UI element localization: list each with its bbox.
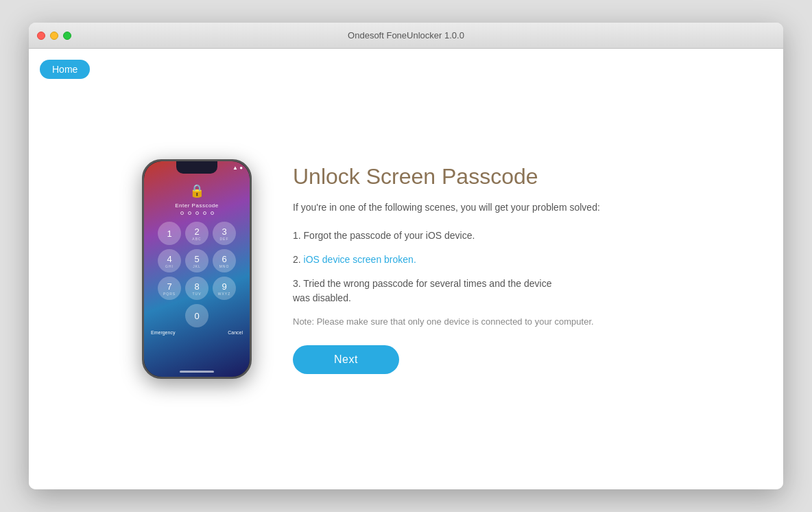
phone-frame: ▲ ● 🔒 Enter Passcode <box>142 159 252 379</box>
app-window: Ondesoft FoneUnlocker 1.0.0 Home ▲ ● 🔒 E… <box>29 23 783 489</box>
item3-text: 3. Tried the wrong passcode for several … <box>293 278 551 289</box>
wifi-icon: ▲ ● <box>232 165 243 171</box>
page-title: Unlock Screen Passcode <box>293 164 670 189</box>
emergency-label: Emergency <box>151 330 175 335</box>
info-note: Note: Please make sure that only one dev… <box>293 315 670 329</box>
traffic-lights <box>37 32 71 40</box>
lock-icon: 🔒 <box>189 183 204 198</box>
home-indicator <box>180 371 214 373</box>
num-9[interactable]: 9 WXYZ <box>213 277 236 300</box>
enter-passcode-label: Enter Passcode <box>175 202 218 209</box>
item2-prefix: 2. <box>293 254 304 265</box>
phone-mockup: ▲ ● 🔒 Enter Passcode <box>142 159 252 379</box>
num-0[interactable]: 0 <box>185 304 208 327</box>
dot-2 <box>188 211 191 215</box>
titlebar: Ondesoft FoneUnlocker 1.0.0 <box>29 23 783 49</box>
num-7[interactable]: 7 PQRS <box>158 277 181 300</box>
numpad: 1 2 ABC 3 DEF 4 <box>148 222 246 327</box>
num-3[interactable]: 3 DEF <box>213 222 236 245</box>
num-empty-right <box>213 304 236 327</box>
item3-cont: was disabled. <box>293 292 351 303</box>
num-5[interactable]: 5 JKL <box>185 249 208 272</box>
main-content: ▲ ● 🔒 Enter Passcode <box>29 49 783 489</box>
passcode-dots <box>180 211 214 215</box>
info-item-2: 2. iOS device screen broken. <box>293 253 670 267</box>
info-subtitle: If you're in one of the following scenes… <box>293 200 670 215</box>
cancel-label: Cancel <box>228 330 243 335</box>
num-8[interactable]: 8 TUV <box>185 277 208 300</box>
num-1[interactable]: 1 <box>158 222 181 245</box>
content-area: Home ▲ ● 🔒 Enter Passcode <box>29 49 783 489</box>
minimize-button[interactable] <box>50 32 58 40</box>
next-button[interactable]: Next <box>293 345 399 374</box>
info-item-1: 1. Forgot the passcode of your iOS devic… <box>293 229 670 243</box>
home-button[interactable]: Home <box>40 60 90 79</box>
num-empty-left <box>158 304 181 327</box>
phone-footer: Emergency Cancel <box>144 327 250 338</box>
item2-highlight: iOS device screen broken. <box>304 254 416 265</box>
dot-4 <box>203 211 206 215</box>
num-6[interactable]: 6 MNO <box>213 249 236 272</box>
window-title: Ondesoft FoneUnlocker 1.0.0 <box>348 30 464 40</box>
dot-1 <box>180 211 184 215</box>
dot-3 <box>195 211 199 215</box>
dot-5 <box>211 211 214 215</box>
info-item-3: 3. Tried the wrong passcode for several … <box>293 277 670 305</box>
phone-screen: ▲ ● 🔒 Enter Passcode <box>144 161 250 377</box>
num-4[interactable]: 4 GHI <box>158 249 181 272</box>
num-2[interactable]: 2 ABC <box>185 222 208 245</box>
maximize-button[interactable] <box>63 32 71 40</box>
phone-notch <box>176 161 217 174</box>
info-panel: Unlock Screen Passcode If you're in one … <box>293 164 670 374</box>
close-button[interactable] <box>37 32 45 40</box>
